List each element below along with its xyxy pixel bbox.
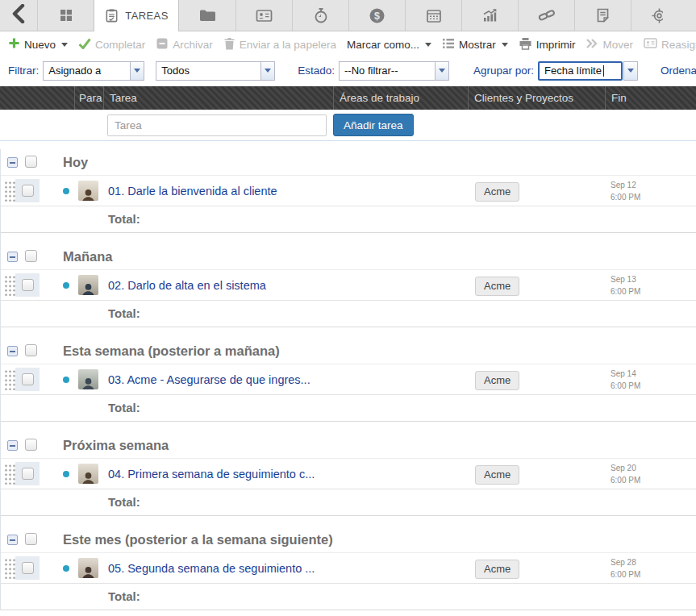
group-by-select[interactable]: Fecha límite xyxy=(538,61,638,81)
status-dot-icon xyxy=(63,188,69,194)
task-row[interactable]: 05. Segunda semana de seguimiento ... Ac… xyxy=(1,553,696,584)
send-to-trash-button[interactable]: Enviar a la papelera xyxy=(223,37,336,52)
collapse-minus-icon[interactable] xyxy=(7,252,18,262)
tab-finance[interactable]: $ xyxy=(348,0,405,31)
complete-button[interactable]: Completar xyxy=(78,38,145,52)
move-button[interactable]: Mover xyxy=(586,38,633,52)
filter-bar: Filtrar: Asignado a Todos Estado: --No f… xyxy=(0,57,696,84)
new-button[interactable]: Nuevo xyxy=(8,37,68,52)
tab-target[interactable] xyxy=(631,0,663,31)
collapse-minus-icon[interactable] xyxy=(7,346,18,356)
vcard-icon xyxy=(644,37,657,52)
print-button[interactable]: Imprimir xyxy=(519,37,576,52)
tab-calendar[interactable] xyxy=(405,0,461,31)
collapse-minus-icon[interactable] xyxy=(7,157,18,168)
column-header-tarea[interactable]: Tarea xyxy=(103,86,333,110)
combo-trigger-icon[interactable] xyxy=(435,61,449,81)
group-checkbox[interactable] xyxy=(25,156,37,168)
total-label: Total: xyxy=(108,584,140,609)
drag-handle-icon[interactable] xyxy=(4,369,15,390)
tab-notes[interactable] xyxy=(574,0,631,31)
task-checkbox[interactable] xyxy=(22,373,34,385)
task-list: Hoy 01. Darle la bienvenida al cliente A… xyxy=(0,149,696,610)
combo-trigger-icon[interactable] xyxy=(623,61,638,81)
group-title: Mañana xyxy=(63,243,112,270)
task-title[interactable]: 02. Darlo de alta en el sistema xyxy=(108,270,266,301)
drag-handle-icon[interactable] xyxy=(4,275,15,296)
filter-value-value: Todos xyxy=(156,61,260,81)
printer-icon xyxy=(519,37,532,52)
tab-folder[interactable] xyxy=(179,0,235,31)
task-due: Sep 28 6:00 PM xyxy=(611,557,640,581)
task-time: 6:00 PM xyxy=(611,475,640,487)
column-header-para[interactable]: Para xyxy=(74,86,103,110)
mark-as-button-label: Marcar como... xyxy=(347,39,419,51)
total-label: Total: xyxy=(108,301,140,326)
combo-trigger-icon[interactable] xyxy=(260,61,275,81)
group-checkbox[interactable] xyxy=(25,250,37,262)
task-checkbox[interactable] xyxy=(22,279,34,291)
group-title: Este mes (posterior a la semana siguient… xyxy=(63,527,333,553)
collapse-minus-icon[interactable] xyxy=(7,535,18,545)
task-group: Hoy 01. Darle la bienvenida al cliente A… xyxy=(1,149,696,233)
tab-timer[interactable] xyxy=(292,0,348,31)
back-button[interactable] xyxy=(0,0,37,31)
add-task-input[interactable] xyxy=(107,114,327,136)
column-header-areas[interactable]: Áreas de trabajo xyxy=(333,86,468,110)
task-checkbox[interactable] xyxy=(22,185,34,197)
tab-tareas[interactable]: TAREAS xyxy=(94,0,179,31)
drag-handle-icon[interactable] xyxy=(4,558,15,579)
tab-reports[interactable] xyxy=(461,0,518,31)
total-row: Total: xyxy=(1,206,696,233)
task-title[interactable]: 04. Primera semana de seguimiento c... xyxy=(108,459,315,489)
filter-value-select[interactable]: Todos xyxy=(156,61,275,81)
mark-as-button[interactable]: Marcar como... xyxy=(347,39,431,51)
group-checkbox[interactable] xyxy=(25,344,37,356)
stopwatch-icon xyxy=(313,7,329,24)
group-checkbox[interactable] xyxy=(25,439,37,451)
reassign-button[interactable]: Reasignar xyxy=(644,37,696,52)
task-row[interactable]: 03. Acme - Asegurarse de que ingres... A… xyxy=(1,364,696,395)
add-task-button[interactable]: Añadir tarea xyxy=(333,114,414,136)
status-select[interactable]: --No filtrar-- xyxy=(339,61,449,81)
task-title[interactable]: 05. Segunda semana de seguimiento ... xyxy=(108,553,315,584)
new-button-label: Nuevo xyxy=(24,39,56,51)
task-row[interactable]: 04. Primera semana de seguimiento c... A… xyxy=(1,459,696,489)
task-title[interactable]: 03. Acme - Asegurarse de que ingres... xyxy=(108,364,310,395)
status-dot-icon xyxy=(63,282,69,289)
column-header-fin[interactable]: Fin xyxy=(605,86,696,110)
task-time: 6:00 PM xyxy=(611,381,640,393)
total-row: Total: xyxy=(1,395,696,422)
task-checkbox[interactable] xyxy=(22,468,34,480)
task-row[interactable]: 01. Darle la bienvenida al cliente Acme … xyxy=(1,176,696,206)
show-button[interactable]: Mostrar xyxy=(442,38,508,52)
drag-handle-icon[interactable] xyxy=(4,181,15,202)
task-checkbox[interactable] xyxy=(22,562,34,574)
reassign-button-label: Reasignar xyxy=(661,39,696,51)
filter-field-select[interactable]: Asignado a xyxy=(43,61,144,81)
filter-field-value: Asignado a xyxy=(43,61,130,81)
column-header-clientes[interactable]: Clientes y Proyectos xyxy=(468,86,605,110)
archive-button[interactable]: Archivar xyxy=(156,37,213,52)
collapse-minus-icon[interactable] xyxy=(7,440,18,451)
tab-links[interactable] xyxy=(518,0,574,31)
tab-apps[interactable] xyxy=(37,0,94,31)
total-label: Total: xyxy=(108,489,140,514)
plus-icon xyxy=(8,37,20,52)
total-label: Total: xyxy=(108,206,140,231)
task-group: Esta semana (posterior a mañana) 03. Acm… xyxy=(1,338,696,422)
task-date: Sep 13 xyxy=(611,274,640,286)
group-checkbox[interactable] xyxy=(25,533,37,545)
client-badge: Acme xyxy=(475,465,519,485)
task-time: 6:00 PM xyxy=(611,192,640,204)
combo-trigger-icon[interactable] xyxy=(130,61,144,81)
task-title[interactable]: 01. Darle la bienvenida al cliente xyxy=(108,176,277,206)
tab-contacts[interactable] xyxy=(235,0,292,31)
task-date: Sep 28 xyxy=(611,557,640,569)
task-row[interactable]: 02. Darlo de alta en el sistema Acme Sep… xyxy=(1,270,696,301)
filter-label: Filtrar: xyxy=(8,65,39,77)
move-button-label: Mover xyxy=(602,39,633,51)
group-header: Hoy xyxy=(1,149,696,176)
checkbox-panel xyxy=(15,462,40,485)
drag-handle-icon[interactable] xyxy=(4,464,15,485)
